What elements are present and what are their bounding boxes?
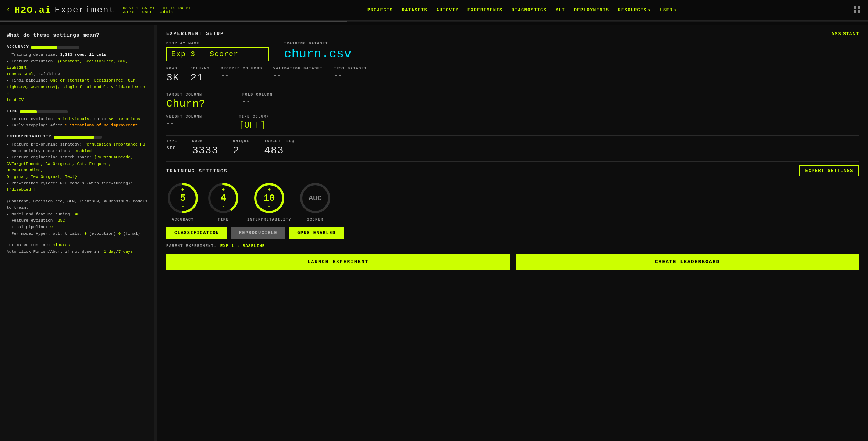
accuracy-dial-circle: + 5 - — [166, 182, 199, 215]
scorer-dial: AUC SCORER — [299, 182, 332, 222]
time-label: TIME — [7, 109, 18, 113]
reproducible-button[interactable]: REPRODUCIBLE — [231, 227, 285, 239]
nav-deployments[interactable]: DEPLOYMENTS — [574, 8, 609, 13]
sidebar-time-section: TIME - Feature evolution: 4 individuals,… — [7, 109, 147, 129]
training-dataset-value: churn.csv — [284, 47, 352, 61]
unique-field: UNIQUE 2 — [233, 139, 249, 156]
nav-grid-icon — [853, 6, 862, 15]
form-row-type: TYPE str COUNT 3333 UNIQUE 2 TARGET FREQ… — [166, 139, 859, 156]
scorer-dial-value: AUC — [309, 194, 322, 202]
models-text: {Constant, DecisionTree, GLM, LightGBM, … — [7, 198, 147, 237]
type-value: str — [166, 145, 177, 151]
target-column-value: Churn? — [166, 98, 206, 110]
unique-value: 2 — [233, 145, 249, 156]
accuracy-label: ACCURACY — [7, 44, 29, 49]
top-nav: ‹ H2O.ai Experiment DRIVERLESS AI — AI T… — [0, 0, 868, 21]
interp-dial-value: 10 — [263, 193, 275, 204]
accuracy-dial: + 5 - ACCURACY — [166, 182, 199, 222]
unique-label: UNIQUE — [233, 139, 249, 143]
target-freq-value: 483 — [264, 145, 295, 156]
resize-handle[interactable]: ⋮ — [154, 25, 157, 441]
interp-minus-icon[interactable]: - — [268, 204, 271, 209]
nav-user[interactable]: USER ▾ — [660, 7, 677, 13]
training-settings-header: TRAINING SETTINGS EXPERT SETTINGS — [166, 165, 859, 176]
nav-experiments[interactable]: EXPERIMENTS — [467, 8, 503, 13]
app-title: Experiment — [55, 5, 115, 15]
nav-diagnostics[interactable]: DIAGNOSTICS — [512, 8, 547, 13]
time-text: - Feature evolution: 4 individuals, up t… — [7, 116, 147, 129]
nav-autoviz[interactable]: AUTOVIZ — [436, 8, 459, 13]
back-arrow[interactable]: ‹ — [6, 6, 11, 15]
interp-plus-icon[interactable]: + — [268, 187, 271, 193]
count-value: 3333 — [192, 145, 218, 156]
scroll-thumb — [0, 21, 347, 22]
time-bar-bg — [20, 110, 68, 113]
svg-rect-1 — [858, 6, 860, 9]
nav-mli[interactable]: MLI — [556, 8, 565, 13]
sidebar-title: What do these settings mean? — [7, 32, 147, 39]
time-dial: + 4 - TIME — [207, 182, 240, 222]
validation-dataset-field: VALIDATION DATASET -- — [273, 67, 323, 79]
divider-3 — [166, 161, 859, 162]
weight-column-value: -- — [166, 120, 202, 128]
accuracy-plus-icon[interactable]: + — [181, 187, 184, 193]
user-arrow-icon: ▾ — [674, 7, 677, 13]
target-freq-label: TARGET FREQ — [264, 139, 295, 143]
form-row-weight: WEIGHT COLUMN -- TIME COLUMN [OFF] — [166, 115, 859, 130]
target-freq-field: TARGET FREQ 483 — [264, 139, 295, 156]
sidebar-models-section: {Constant, DecisionTree, GLM, LightGBM, … — [7, 198, 147, 237]
action-buttons-row: LAUNCH EXPERIMENT CREATE LEADERBOARD — [166, 254, 859, 270]
launch-experiment-button[interactable]: LAUNCH EXPERIMENT — [166, 254, 510, 270]
accuracy-bar-fill — [31, 46, 58, 49]
scorer-dial-label: SCORER — [307, 218, 324, 222]
target-column-field: TARGET COLUMN Churn? — [166, 93, 206, 110]
accuracy-minus-icon[interactable]: - — [181, 204, 184, 209]
validation-dataset-label: VALIDATION DATASET — [273, 67, 323, 71]
count-field: COUNT 3333 — [192, 139, 218, 156]
accuracy-text: - Training data size: 3,333 rows, 21 col… — [7, 52, 147, 104]
training-settings-title: TRAINING SETTINGS — [166, 168, 228, 174]
expert-settings-button[interactable]: EXPERT SETTINGS — [799, 165, 859, 176]
columns-field: COLUMNS 21 — [191, 67, 210, 83]
accuracy-dial-label: ACCURACY — [172, 218, 194, 222]
time-column-label: TIME COLUMN — [239, 115, 270, 119]
exp-setup-title: EXPERIMENT SETUP — [166, 31, 224, 36]
svg-rect-0 — [854, 6, 856, 9]
time-column-value: [OFF] — [239, 120, 270, 130]
parent-exp-label: PARENT EXPERIMENT: — [166, 244, 217, 248]
nav-subtitle: DRIVERLESS AI — AI TO DO AI Current User… — [122, 6, 191, 14]
time-minus-icon[interactable]: - — [222, 204, 225, 209]
validation-dataset-value: -- — [273, 72, 323, 79]
time-dial-circle: + 4 - — [207, 182, 240, 215]
display-name-label: DISPLAY NAME — [166, 42, 269, 46]
scroll-track — [0, 21, 868, 22]
exp-setup-header: EXPERIMENT SETUP ASSISTANT — [166, 31, 859, 36]
nav-resources[interactable]: RESOURCES ▾ — [618, 7, 651, 13]
create-leaderboard-button[interactable]: CREATE LEADERBOARD — [516, 254, 859, 270]
interpretability-dial-circle: + 10 - — [253, 182, 286, 215]
main-layout: What do these settings mean? ACCURACY - … — [0, 25, 868, 441]
svg-rect-3 — [858, 10, 860, 13]
fold-column-field: FOLD COLUMN -- — [242, 93, 273, 105]
assistant-button[interactable]: ASSISTANT — [831, 31, 859, 36]
display-name-input[interactable] — [166, 47, 269, 61]
sidebar: What do these settings mean? ACCURACY - … — [0, 25, 154, 441]
rows-value: 3K — [166, 72, 179, 83]
time-plus-icon[interactable]: + — [222, 187, 225, 193]
time-dial-label: TIME — [218, 218, 229, 222]
classification-button[interactable]: CLASSIFICATION — [166, 227, 227, 239]
fold-column-label: FOLD COLUMN — [242, 93, 273, 97]
runtime-text: Estimated runtime: minutes Auto-click Fi… — [7, 242, 147, 255]
divider-1 — [166, 89, 859, 89]
nav-datasets[interactable]: DATASETS — [402, 8, 428, 13]
dropped-columns-field: DROPPED COLUMNS -- — [221, 67, 262, 79]
columns-value: 21 — [191, 72, 210, 83]
time-bar-fill — [20, 110, 37, 113]
form-row-1: DISPLAY NAME TRAINING DATASET churn.csv — [166, 42, 859, 61]
nav-projects[interactable]: PROJECTS — [367, 8, 393, 13]
logo: H2O.ai — [14, 5, 51, 16]
columns-label: COLUMNS — [191, 67, 210, 71]
gpus-enabled-button[interactable]: GPUS ENABLED — [289, 227, 344, 239]
weight-column-label: WEIGHT COLUMN — [166, 115, 202, 119]
rows-label: ROWS — [166, 67, 179, 71]
